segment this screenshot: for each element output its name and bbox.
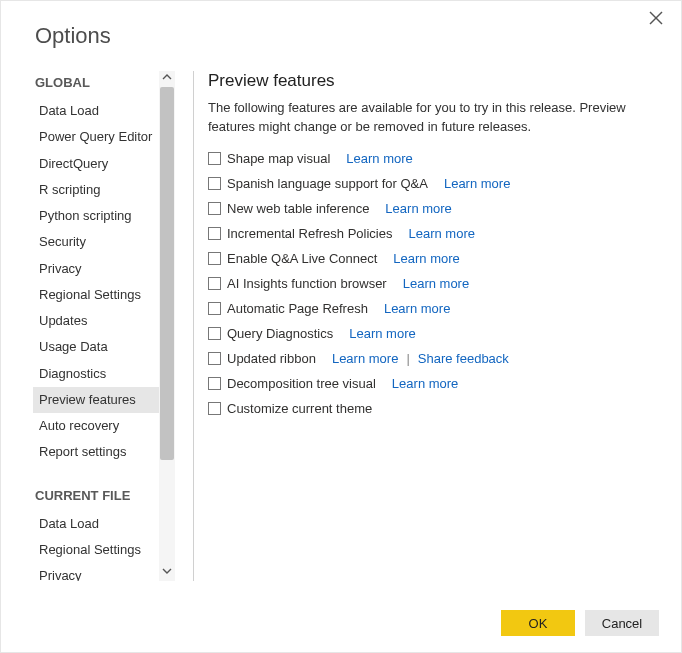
feature-checkbox[interactable] xyxy=(208,202,221,215)
learn-more-link[interactable]: Learn more xyxy=(332,351,398,366)
feature-row: Decomposition tree visualLearn more xyxy=(208,376,655,391)
feature-row: Shape map visualLearn more xyxy=(208,151,655,166)
feature-label: Enable Q&A Live Connect xyxy=(227,251,377,266)
sidebar-item[interactable]: Power Query Editor xyxy=(33,124,163,150)
sidebar-item[interactable]: R scripting xyxy=(33,177,163,203)
close-icon xyxy=(649,11,663,25)
feature-row: AI Insights function browserLearn more xyxy=(208,276,655,291)
feature-row: Updated ribbonLearn more|Share feedback xyxy=(208,351,655,366)
sidebar-item[interactable]: Regional Settings xyxy=(33,282,163,308)
sidebar-item[interactable]: Security xyxy=(33,229,163,255)
sidebar-item[interactable]: Privacy xyxy=(33,563,163,581)
sidebar-item[interactable]: Preview features xyxy=(33,387,163,413)
feature-row: New web table inferenceLearn more xyxy=(208,201,655,216)
feature-label: Spanish language support for Q&A xyxy=(227,176,428,191)
learn-more-link[interactable]: Learn more xyxy=(444,176,510,191)
chevron-up-icon xyxy=(162,72,172,82)
feature-row: Automatic Page RefreshLearn more xyxy=(208,301,655,316)
learn-more-link[interactable]: Learn more xyxy=(408,226,474,241)
feature-label: Decomposition tree visual xyxy=(227,376,376,391)
divider-line xyxy=(193,71,194,581)
learn-more-link[interactable]: Learn more xyxy=(384,301,450,316)
feature-row: Incremental Refresh PoliciesLearn more xyxy=(208,226,655,241)
share-feedback-link[interactable]: Share feedback xyxy=(418,351,509,366)
feature-checkbox[interactable] xyxy=(208,177,221,190)
content-pane: Preview features The following features … xyxy=(208,71,659,581)
content-description: The following features are available for… xyxy=(208,99,655,137)
scroll-track[interactable] xyxy=(159,87,175,565)
feature-label: Automatic Page Refresh xyxy=(227,301,368,316)
learn-more-link[interactable]: Learn more xyxy=(349,326,415,341)
feature-checkbox[interactable] xyxy=(208,302,221,315)
dialog-footer: OK Cancel xyxy=(501,610,659,636)
content-heading: Preview features xyxy=(208,71,655,91)
feature-checkbox[interactable] xyxy=(208,152,221,165)
sidebar-item[interactable]: Data Load xyxy=(33,511,163,537)
learn-more-link[interactable]: Learn more xyxy=(346,151,412,166)
sidebar-item[interactable]: Diagnostics xyxy=(33,361,163,387)
sidebar-section-header: GLOBAL xyxy=(35,75,163,90)
cancel-button[interactable]: Cancel xyxy=(585,610,659,636)
feature-label: New web table inference xyxy=(227,201,369,216)
feature-label: Incremental Refresh Policies xyxy=(227,226,392,241)
feature-row: Customize current theme xyxy=(208,401,655,416)
sidebar-item[interactable]: Usage Data xyxy=(33,334,163,360)
close-button[interactable] xyxy=(645,11,667,33)
scroll-up-arrow[interactable] xyxy=(159,71,175,87)
feature-label: Shape map visual xyxy=(227,151,330,166)
link-divider: | xyxy=(404,351,411,366)
feature-list: Shape map visualLearn moreSpanish langua… xyxy=(208,151,655,416)
feature-label: Updated ribbon xyxy=(227,351,316,366)
sidebar-item[interactable]: Data Load xyxy=(33,98,163,124)
learn-more-link[interactable]: Learn more xyxy=(393,251,459,266)
sidebar-item[interactable]: DirectQuery xyxy=(33,151,163,177)
feature-checkbox[interactable] xyxy=(208,402,221,415)
learn-more-link[interactable]: Learn more xyxy=(385,201,451,216)
options-dialog: Options GLOBALData LoadPower Query Edito… xyxy=(0,0,682,653)
feature-label: Customize current theme xyxy=(227,401,372,416)
feature-checkbox[interactable] xyxy=(208,277,221,290)
sidebar-item[interactable]: Auto recovery xyxy=(33,413,163,439)
sidebar-section-header: CURRENT FILE xyxy=(35,488,163,503)
feature-checkbox[interactable] xyxy=(208,377,221,390)
learn-more-link[interactable]: Learn more xyxy=(403,276,469,291)
sidebar-wrap: GLOBALData LoadPower Query EditorDirectQ… xyxy=(23,71,173,581)
feature-row: Spanish language support for Q&ALearn mo… xyxy=(208,176,655,191)
dialog-body: GLOBALData LoadPower Query EditorDirectQ… xyxy=(23,71,659,581)
sidebar-item[interactable]: Regional Settings xyxy=(33,537,163,563)
sidebar-item[interactable]: Privacy xyxy=(33,256,163,282)
scroll-down-arrow[interactable] xyxy=(159,565,175,581)
chevron-down-icon xyxy=(162,566,172,576)
feature-checkbox[interactable] xyxy=(208,227,221,240)
feature-row: Enable Q&A Live ConnectLearn more xyxy=(208,251,655,266)
sidebar: GLOBALData LoadPower Query EditorDirectQ… xyxy=(23,71,163,581)
feature-checkbox[interactable] xyxy=(208,352,221,365)
scroll-thumb[interactable] xyxy=(160,87,174,460)
ok-button[interactable]: OK xyxy=(501,610,575,636)
feature-label: AI Insights function browser xyxy=(227,276,387,291)
sidebar-item[interactable]: Python scripting xyxy=(33,203,163,229)
sidebar-item[interactable]: Updates xyxy=(33,308,163,334)
dialog-title: Options xyxy=(35,23,659,49)
feature-checkbox[interactable] xyxy=(208,252,221,265)
sidebar-item[interactable]: Report settings xyxy=(33,439,163,465)
sidebar-scrollbar[interactable] xyxy=(159,71,175,581)
feature-label: Query Diagnostics xyxy=(227,326,333,341)
learn-more-link[interactable]: Learn more xyxy=(392,376,458,391)
feature-checkbox[interactable] xyxy=(208,327,221,340)
feature-row: Query DiagnosticsLearn more xyxy=(208,326,655,341)
